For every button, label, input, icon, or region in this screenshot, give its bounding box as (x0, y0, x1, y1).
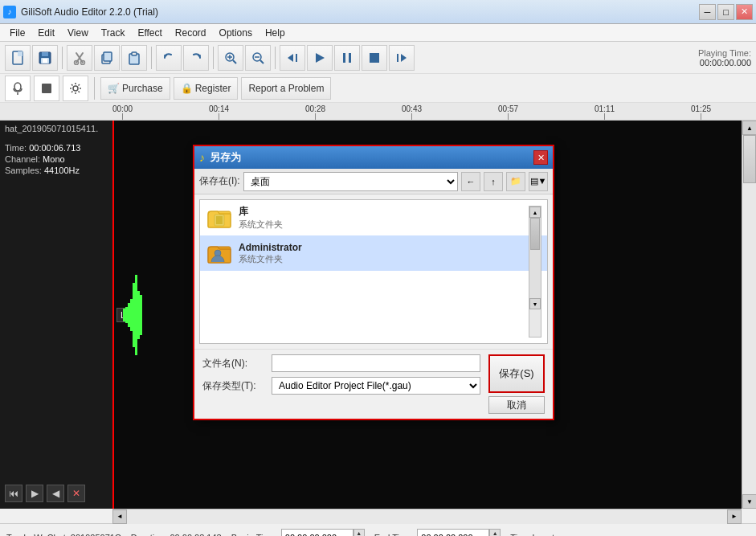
transport-close[interactable]: ✕ (67, 485, 85, 502)
close-button[interactable]: ✕ (736, 4, 753, 20)
dialog-save-button[interactable]: 保存(S) (488, 354, 545, 393)
time-info: Time: 00:00:06.713 (5, 143, 108, 153)
file-item-library[interactable]: 库 系统文件夹 (200, 200, 547, 235)
svg-rect-5 (43, 59, 47, 63)
tick-2: 00:28 (305, 104, 325, 120)
track-value: WeChat_201905071C (34, 533, 121, 537)
scroll-thumb[interactable] (743, 135, 756, 183)
end-time-up[interactable]: ▲ (489, 529, 501, 537)
menu-effect[interactable]: Effect (131, 26, 168, 40)
scroll-left[interactable]: ◄ (112, 509, 127, 524)
svg-line-13 (233, 60, 236, 63)
scroll-right[interactable]: ► (727, 509, 742, 524)
tick-6: 01:25 (691, 104, 711, 120)
menu-view[interactable]: View (61, 26, 95, 40)
menu-options[interactable]: Options (213, 26, 259, 40)
admin-type: 系统文件夹 (239, 253, 302, 265)
app-icon: ♪ (3, 6, 16, 18)
nav-new-folder-button[interactable]: 📁 (506, 172, 525, 191)
track-label: Track: (6, 533, 31, 537)
begin-time-up[interactable]: ▲ (353, 529, 365, 537)
hscroll-track[interactable] (127, 509, 727, 524)
purchase-button[interactable]: 🛒 Purchase (100, 77, 170, 100)
menu-record[interactable]: Record (169, 26, 213, 40)
svg-rect-37 (123, 309, 125, 321)
menu-edit[interactable]: Edit (31, 26, 61, 40)
end-time-input[interactable] (417, 529, 489, 537)
dialog-file-list[interactable]: 库 系统文件夹 Administrator 系统文件夹 ▲ (199, 199, 548, 344)
cut-button[interactable] (67, 45, 92, 71)
skip-end-button[interactable] (389, 45, 415, 71)
dialog-cancel-button[interactable]: 取消 (488, 396, 545, 414)
svg-marker-25 (401, 54, 407, 62)
file-item-administrator[interactable]: Administrator 系统文件夹 (200, 235, 547, 271)
end-field: End Time: ▲ ▼ (374, 529, 501, 537)
undo-button[interactable] (156, 45, 182, 71)
play-button[interactable] (307, 45, 333, 71)
maximize-button[interactable]: □ (717, 4, 734, 20)
admin-name: Administrator (239, 242, 302, 253)
filetype-dropdown[interactable]: Audio Editor Project File(*.gau) (272, 377, 480, 395)
toolbar1: Playing Time: 00:00:00.000 (0, 42, 756, 74)
settings-button[interactable] (63, 76, 88, 101)
transport-skip-start[interactable]: ⏮ (5, 485, 22, 502)
filename-input[interactable] (272, 354, 480, 372)
dlg-scroll-down[interactable]: ▼ (529, 298, 541, 309)
svg-rect-24 (370, 53, 379, 63)
nav-back-button[interactable]: ← (461, 172, 480, 191)
report-problem-button[interactable]: Report a Problem (241, 77, 331, 100)
dlg-scroll-thumb[interactable] (530, 218, 540, 250)
pause-button[interactable] (334, 45, 360, 71)
stop-button[interactable] (362, 45, 387, 71)
vertical-scrollbar[interactable]: ▲ ▼ (742, 121, 756, 509)
zoom-out-button[interactable] (245, 45, 271, 71)
scroll-track[interactable] (742, 135, 756, 494)
timeline-ruler[interactable]: 00:00 00:14 00:28 00:43 00:57 01:11 01:2… (112, 103, 756, 120)
dialog-close-button[interactable]: ✕ (533, 150, 548, 165)
copy-button[interactable] (94, 45, 120, 71)
record-mic-button[interactable] (5, 76, 31, 101)
zoom-in-button[interactable] (218, 45, 243, 71)
dlg-scroll-track[interactable] (529, 218, 541, 298)
scroll-up[interactable]: ▲ (742, 121, 756, 135)
channel-info: Channel: Mono (5, 154, 108, 164)
skip-start-button[interactable] (280, 45, 305, 71)
svg-rect-32 (133, 283, 135, 347)
lock-icon: 🔒 (181, 83, 193, 94)
transport-play[interactable]: ▶ (26, 485, 43, 502)
nav-up-button[interactable]: ↑ (484, 172, 503, 191)
separator (62, 47, 63, 69)
svg-rect-41 (216, 216, 223, 224)
paste-button[interactable] (121, 45, 147, 71)
svg-rect-31 (130, 299, 133, 331)
svg-rect-11 (132, 52, 137, 55)
svg-rect-20 (296, 54, 297, 62)
save-dialog: ♪ 另存为 ✕ 保存在(I): 桌面 ← ↑ 📁 ▤▼ (193, 145, 554, 420)
minimize-button[interactable]: ─ (699, 4, 716, 20)
tick-4: 00:57 (498, 104, 518, 120)
menu-file[interactable]: File (3, 26, 31, 40)
scroll-down[interactable]: ▼ (742, 494, 756, 509)
dialog-title-bar[interactable]: ♪ 另存为 ✕ (194, 146, 553, 169)
duration-field: Duration: 00:00:03.143 (131, 533, 222, 537)
filename-display: hat_201905071015411. (5, 124, 108, 133)
new-button[interactable] (5, 45, 31, 71)
horizontal-scrollbar[interactable]: ◄ ► (112, 509, 742, 523)
record-stop-button[interactable] (34, 76, 59, 101)
save-button[interactable] (32, 45, 58, 71)
svg-marker-19 (288, 54, 293, 62)
length-label: Time Lengt (510, 533, 554, 537)
svg-rect-38 (140, 295, 142, 335)
register-button[interactable]: 🔒 Register (174, 77, 239, 100)
dlg-scroll-up[interactable]: ▲ (529, 207, 541, 218)
save-location-dropdown[interactable]: 桌面 (243, 172, 458, 191)
separator5 (94, 77, 95, 100)
menu-track[interactable]: Track (95, 26, 132, 40)
nav-view-button[interactable]: ▤▼ (529, 172, 548, 191)
redo-button[interactable] (183, 45, 209, 71)
svg-marker-21 (316, 53, 325, 63)
begin-time-input[interactable] (281, 529, 353, 537)
menu-help[interactable]: Help (259, 26, 292, 40)
transport-rewind[interactable]: ◀ (47, 485, 64, 502)
dialog-scrollbar[interactable]: ▲ ▼ (529, 206, 541, 338)
